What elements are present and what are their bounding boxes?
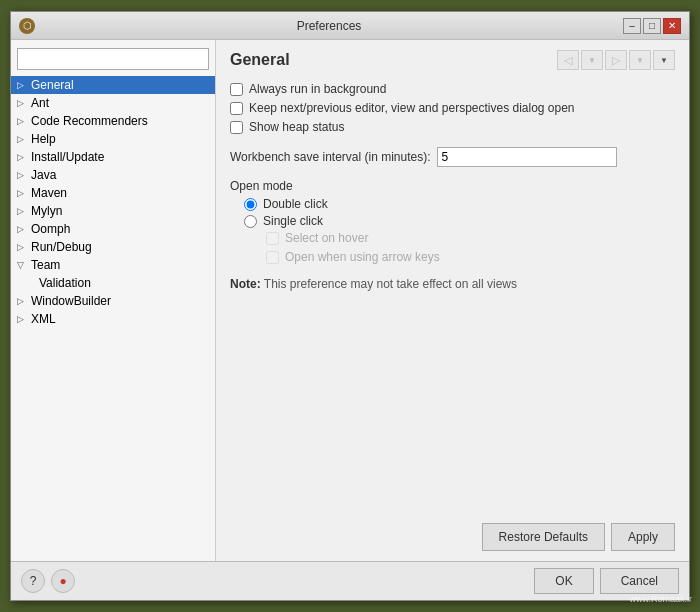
sidebar-item-java[interactable]: ▷ Java: [11, 166, 215, 184]
window-icon: ⬡: [19, 18, 35, 34]
arrow-icon: ▷: [17, 296, 29, 306]
sidebar-item-validation[interactable]: Validation: [11, 274, 215, 292]
sidebar-item-mylyn[interactable]: ▷ Mylyn: [11, 202, 215, 220]
select-on-hover-checkbox[interactable]: [266, 232, 279, 245]
sidebar-item-xml[interactable]: ▷ XML: [11, 310, 215, 328]
ok-button[interactable]: OK: [534, 568, 593, 594]
panel-header: General ◁ ▼ ▷ ▼ ▼: [230, 50, 675, 70]
arrow-icon: ▷: [17, 314, 29, 324]
show-heap-status-row: Show heap status: [230, 120, 675, 134]
open-arrow-keys-checkbox[interactable]: [266, 251, 279, 264]
show-heap-status-label: Show heap status: [249, 120, 344, 134]
record-icon: ●: [59, 574, 66, 588]
arrow-icon: ▷: [17, 188, 29, 198]
note-row: Note: This preference may not take effec…: [230, 277, 675, 291]
sidebar-item-label: General: [31, 78, 74, 92]
sidebar-item-help[interactable]: ▷ Help: [11, 130, 215, 148]
sidebar-item-label: Oomph: [31, 222, 70, 236]
sidebar-item-label: Ant: [31, 96, 49, 110]
always-run-background-row: Always run in background: [230, 82, 675, 96]
sidebar-item-label: Team: [31, 258, 60, 272]
sidebar-item-label: Mylyn: [31, 204, 62, 218]
forward-dropdown-button[interactable]: ▼: [629, 50, 651, 70]
arrow-icon: ▽: [17, 260, 29, 270]
restore-defaults-button[interactable]: Restore Defaults: [482, 523, 605, 551]
nav-buttons: ◁ ▼ ▷ ▼ ▼: [557, 50, 675, 70]
sidebar-item-label: WindowBuilder: [31, 294, 111, 308]
sub-options: Select on hover Open when using arrow ke…: [266, 231, 675, 264]
panel-title: General: [230, 51, 290, 69]
always-run-background-checkbox[interactable]: [230, 83, 243, 96]
apply-button[interactable]: Apply: [611, 523, 675, 551]
double-click-radio[interactable]: [244, 198, 257, 211]
always-run-background-label: Always run in background: [249, 82, 386, 96]
sidebar-item-team[interactable]: ▽ Team: [11, 256, 215, 274]
sidebar-item-oomph[interactable]: ▷ Oomph: [11, 220, 215, 238]
arrow-icon: ▷: [17, 170, 29, 180]
open-arrow-keys-row: Open when using arrow keys: [266, 250, 675, 264]
single-click-row: Single click: [244, 214, 675, 228]
note-label: Note:: [230, 277, 261, 291]
arrow-icon: ▷: [17, 224, 29, 234]
sidebar-item-label: Help: [31, 132, 56, 146]
close-button[interactable]: ✕: [663, 18, 681, 34]
sidebar-item-label: Code Recommenders: [31, 114, 148, 128]
note-text: This preference may not take effect on a…: [264, 277, 517, 291]
sidebar-item-label: Install/Update: [31, 150, 104, 164]
arrow-icon: ▷: [17, 206, 29, 216]
single-click-label: Single click: [263, 214, 323, 228]
radio-group: Double click Single click Select on hove…: [244, 197, 675, 269]
show-heap-status-checkbox[interactable]: [230, 121, 243, 134]
workbench-save-input[interactable]: [437, 147, 617, 167]
arrow-icon: ▷: [17, 80, 29, 90]
keep-next-previous-label: Keep next/previous editor, view and pers…: [249, 101, 575, 115]
record-button[interactable]: ●: [51, 569, 75, 593]
back-dropdown-button[interactable]: ▼: [581, 50, 603, 70]
sidebar-item-label: Run/Debug: [31, 240, 92, 254]
arrow-icon: ▷: [17, 116, 29, 126]
view-menu-button[interactable]: ▼: [653, 50, 675, 70]
sidebar-item-label: XML: [31, 312, 56, 326]
single-click-radio[interactable]: [244, 215, 257, 228]
open-mode-label: Open mode: [230, 179, 675, 193]
window-title: Preferences: [35, 19, 623, 33]
sidebar-item-ant[interactable]: ▷ Ant: [11, 94, 215, 112]
maximize-button[interactable]: □: [643, 18, 661, 34]
sidebar-item-code-recommenders[interactable]: ▷ Code Recommenders: [11, 112, 215, 130]
watermark: www.Romaak.ir: [629, 594, 692, 604]
double-click-row: Double click: [244, 197, 675, 211]
help-button[interactable]: ?: [21, 569, 45, 593]
workbench-save-label: Workbench save interval (in minutes):: [230, 150, 431, 164]
sidebar-item-run-debug[interactable]: ▷ Run/Debug: [11, 238, 215, 256]
arrow-icon: ▷: [17, 152, 29, 162]
sidebar-item-general[interactable]: ▷ General: [11, 76, 215, 94]
minimize-button[interactable]: –: [623, 18, 641, 34]
footer-left: ? ●: [21, 569, 75, 593]
select-on-hover-label: Select on hover: [285, 231, 368, 245]
sidebar-item-label: Java: [31, 168, 56, 182]
arrow-icon: ▷: [17, 242, 29, 252]
cancel-button[interactable]: Cancel: [600, 568, 679, 594]
search-input[interactable]: [17, 48, 209, 70]
arrow-icon: ▷: [17, 98, 29, 108]
title-bar: ⬡ Preferences – □ ✕: [11, 12, 689, 40]
main-panel: General ◁ ▼ ▷ ▼ ▼ Always run in backgrou…: [216, 40, 689, 561]
sidebar-item-label: Validation: [39, 276, 91, 290]
action-buttons: Restore Defaults Apply: [230, 523, 675, 551]
search-box: [17, 48, 209, 70]
keep-next-previous-checkbox[interactable]: [230, 102, 243, 115]
select-on-hover-row: Select on hover: [266, 231, 675, 245]
arrow-icon: ▷: [17, 134, 29, 144]
content-area: ▷ General ▷ Ant ▷ Code Recommenders ▷ He…: [11, 40, 689, 561]
sidebar-item-label: Maven: [31, 186, 67, 200]
forward-button[interactable]: ▷: [605, 50, 627, 70]
back-button[interactable]: ◁: [557, 50, 579, 70]
workbench-save-row: Workbench save interval (in minutes):: [230, 147, 675, 167]
sidebar: ▷ General ▷ Ant ▷ Code Recommenders ▷ He…: [11, 40, 216, 561]
footer-bar: ? ● OK Cancel: [11, 561, 689, 600]
sidebar-item-maven[interactable]: ▷ Maven: [11, 184, 215, 202]
sidebar-item-install-update[interactable]: ▷ Install/Update: [11, 148, 215, 166]
title-bar-controls: – □ ✕: [623, 18, 681, 34]
sidebar-item-windowbuilder[interactable]: ▷ WindowBuilder: [11, 292, 215, 310]
footer-right: OK Cancel: [534, 568, 679, 594]
